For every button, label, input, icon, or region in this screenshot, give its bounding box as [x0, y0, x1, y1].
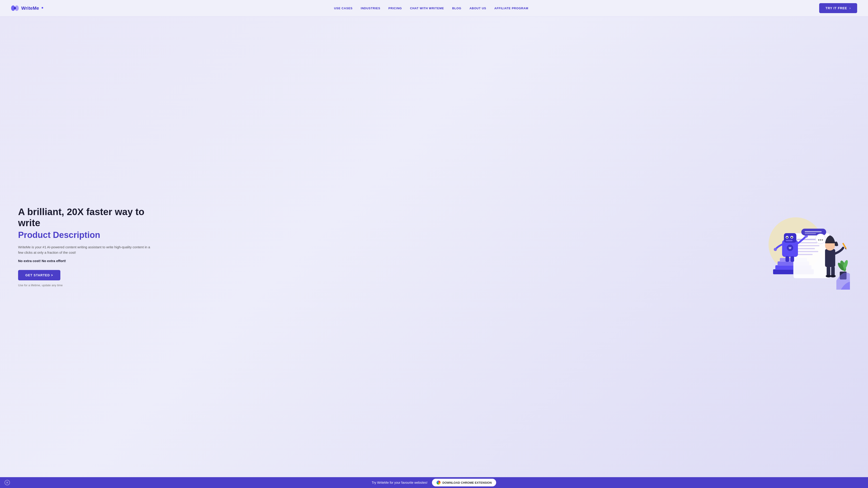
header: WriteMe USE CASES INDUSTRIES PRICING CHA…	[0, 0, 868, 16]
try-it-free-button[interactable]: TRY IT FREE ›	[819, 3, 857, 13]
nav-about[interactable]: ABOUT US	[469, 6, 486, 10]
hero-illustration: W	[760, 204, 850, 290]
illustration-svg: W	[760, 204, 850, 290]
svg-rect-12	[797, 248, 815, 249]
logo[interactable]: WriteMe	[11, 5, 43, 11]
bottom-bar-message: Try WriteMe for your favourite websites!	[372, 481, 428, 484]
svg-rect-11	[797, 245, 819, 246]
get-started-button[interactable]: GET STARTED >	[18, 270, 60, 281]
chrome-icon	[436, 481, 440, 485]
svg-point-20	[791, 237, 793, 238]
download-chrome-button[interactable]: DOWNLOAD CHROME EXTENSION	[432, 479, 496, 486]
svg-rect-39	[827, 267, 830, 275]
bottom-bar-close-button[interactable]: ✕	[4, 480, 10, 485]
hero-content: A brilliant, 20X faster way to write Pro…	[18, 206, 154, 287]
svg-rect-40	[831, 267, 835, 275]
try-it-free-arrow: ›	[849, 6, 851, 10]
svg-rect-35	[825, 249, 835, 267]
svg-rect-27	[790, 256, 794, 262]
hero-description: WriteMe is your #1 AI-powered content wr…	[18, 245, 154, 255]
svg-point-33	[820, 239, 821, 240]
svg-rect-26	[785, 256, 789, 262]
logo-dot	[41, 7, 43, 8]
svg-point-19	[786, 237, 788, 238]
svg-rect-21	[786, 240, 793, 241]
hero-heading: A brilliant, 20X faster way to write	[18, 206, 154, 228]
try-it-free-label: TRY IT FREE	[826, 6, 847, 10]
nav-blog[interactable]: BLOG	[452, 6, 461, 10]
svg-rect-14	[797, 254, 813, 255]
svg-point-31	[815, 234, 826, 244]
close-icon: ✕	[6, 481, 8, 484]
download-chrome-label: DOWNLOAD CHROME EXTENSION	[442, 481, 492, 484]
hero-tagline: No extra cost! No extra effort!	[18, 259, 154, 263]
logo-icon	[11, 5, 19, 11]
svg-rect-29	[805, 231, 822, 232]
main-nav: USE CASES INDUSTRIES PRICING CHAT WITH W…	[334, 6, 528, 10]
bottom-bar: ✕ Try WriteMe for your favourite website…	[0, 477, 868, 488]
hero-section: A brilliant, 20X faster way to write Pro…	[0, 16, 868, 477]
nav-industries[interactable]: INDUSTRIES	[361, 6, 380, 10]
nav-pricing[interactable]: PRICING	[388, 6, 402, 10]
svg-point-2	[14, 7, 16, 9]
svg-point-42	[830, 275, 836, 278]
nav-chat[interactable]: CHAT WITH WRITEME	[410, 6, 444, 10]
nav-affiliate[interactable]: AFFILIATE PROGRAM	[494, 6, 528, 10]
svg-point-32	[818, 239, 819, 240]
svg-point-34	[822, 239, 823, 240]
logo-text: WriteMe	[21, 6, 39, 11]
svg-rect-30	[805, 233, 816, 234]
svg-point-25	[774, 248, 777, 251]
hero-subheading: Product Description	[18, 230, 154, 240]
get-started-label: GET STARTED >	[25, 273, 53, 277]
hero-footnote: Use for a lifetime, update any time	[18, 284, 154, 287]
nav-use-cases[interactable]: USE CASES	[334, 6, 352, 10]
svg-rect-13	[797, 251, 818, 252]
svg-text:W: W	[789, 247, 792, 250]
